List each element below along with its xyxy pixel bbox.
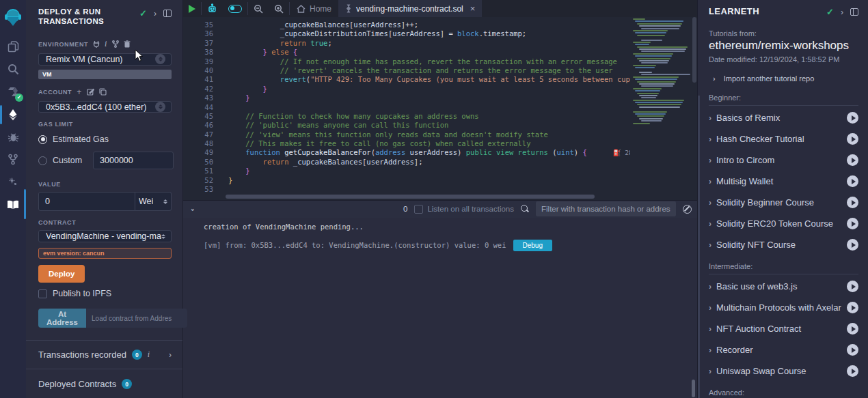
terminal-filter-input[interactable] (536, 201, 676, 216)
tutorial-item[interactable]: ›Uniswap Swap Course (709, 360, 858, 382)
chevron-right-icon[interactable]: › (169, 350, 172, 360)
tutorial-item[interactable]: ›Solidity Beginner Course (709, 192, 858, 213)
chevron-right-icon: › (709, 177, 711, 186)
gas-limit-label: GAS LIMIT (38, 121, 73, 128)
tutorial-item[interactable]: ›Recorder (709, 339, 858, 360)
value-input[interactable] (38, 192, 135, 211)
tutorial-item[interactable]: ›Intro to Circom (709, 150, 858, 171)
play-tutorial-button[interactable] (847, 112, 858, 124)
editor-horizontal-scrollbar[interactable] (226, 195, 595, 199)
expand-terminal-icon[interactable]: ⌄⌄ (190, 207, 195, 211)
deploy-run-panel: DEPLOY & RUN TRANSACTIONS ✓ › ENVIRONMEN… (26, 0, 183, 398)
zoom-out-icon[interactable] (248, 0, 269, 17)
tutorial-item[interactable]: ›Solidity ERC20 Token Course (709, 213, 858, 234)
tutorial-item[interactable]: ›NFT Auction Contract (709, 318, 858, 339)
chevron-updown-icon (155, 102, 165, 112)
clear-terminal-icon[interactable] (683, 205, 692, 214)
expand-icon[interactable]: › (841, 8, 843, 17)
settings-icon[interactable] (0, 171, 26, 193)
play-tutorial-button[interactable] (847, 133, 858, 145)
tutorial-item[interactable]: ›Hash Checker Tutorial (709, 128, 858, 150)
play-tutorial-button[interactable] (847, 323, 858, 335)
play-tutorial-button[interactable] (847, 197, 858, 208)
tutorial-item[interactable]: ›Multichain Protocols with Axelar (709, 297, 858, 318)
value-unit-select[interactable]: Wei (135, 192, 172, 211)
contract-select[interactable]: VendingMachine - vending-machin (38, 230, 172, 242)
chevron-right-icon: › (709, 345, 711, 355)
close-tab-icon[interactable]: × (470, 3, 476, 14)
transactions-recorded-label: Transactions recorded (38, 350, 126, 360)
minimap[interactable] (630, 17, 692, 193)
code-editor[interactable]: 35 _cupcakeBalances[userAddress]++;36 _c… (183, 17, 697, 193)
at-address-input[interactable] (86, 309, 187, 328)
run-script-button[interactable] (183, 0, 201, 17)
at-address-button[interactable]: At Address (38, 309, 86, 328)
learneth-icon[interactable] (0, 193, 26, 216)
tutorial-item[interactable]: ›Basics of Remix (709, 107, 858, 128)
pin-panel-icon[interactable] (850, 8, 858, 16)
debugger-icon[interactable] (0, 126, 26, 148)
trash-icon[interactable] (124, 40, 131, 48)
play-tutorial-button[interactable] (847, 281, 858, 292)
tutorial-item-label: Solidity NFT Course (716, 240, 842, 250)
tutorial-item-label: Basics of Remix (716, 113, 842, 123)
learneth-active-indicator (24, 189, 26, 219)
environment-select[interactable]: Remix VM (Cancun) (38, 53, 172, 66)
play-tutorial-button[interactable] (847, 218, 858, 229)
terminal-scrollbar[interactable] (692, 380, 695, 397)
terminal-search-icon[interactable] (521, 205, 529, 213)
deploy-run-icon[interactable] (0, 103, 26, 126)
expand-icon[interactable]: › (154, 9, 157, 18)
tutorial-item[interactable]: ›Basic use of web3.js (709, 276, 858, 297)
deployed-contracts-section[interactable]: Deployed Contracts 0 (26, 369, 182, 398)
play-tutorial-button[interactable] (847, 175, 858, 187)
terminal-tx-row[interactable]: [vm] from: 0x5B3...eddC4 to: VendingMach… (204, 240, 697, 251)
learneth-scrollbar[interactable] (698, 96, 700, 398)
ai-copilot-toggle[interactable] (223, 0, 247, 17)
play-tutorial-button[interactable] (847, 365, 858, 377)
estimated-gas-option[interactable]: Estimated Gas (38, 134, 172, 144)
tutorial-item[interactable]: ›Multisig Wallet (709, 171, 858, 192)
deployed-contracts-label: Deployed Contracts (38, 379, 116, 389)
listen-all-transactions-option[interactable]: Listen on all transactions (414, 205, 514, 214)
custom-gas-input[interactable] (93, 152, 174, 169)
deploy-button[interactable]: Deploy (38, 265, 85, 283)
code-line: 53 (183, 185, 697, 193)
code-line: 38 } else { (183, 48, 697, 57)
play-tutorial-button[interactable] (847, 239, 858, 251)
import-tutorial-repo[interactable]: › Import another tutorial repo (713, 74, 858, 83)
file-explorer-icon[interactable] (0, 35, 26, 58)
plug-icon[interactable] (93, 40, 100, 48)
editor-vertical-scrollbar[interactable] (692, 17, 696, 83)
copy-icon[interactable] (99, 88, 107, 96)
play-tutorial-button[interactable] (847, 302, 858, 313)
custom-gas-option[interactable]: Custom (38, 152, 172, 169)
tutorial-section-label: Intermediate: (709, 255, 858, 274)
tab-home[interactable]: Home (290, 0, 338, 17)
search-icon[interactable] (0, 58, 26, 81)
add-account-icon[interactable]: + (77, 87, 82, 97)
tutorial-item-label: Solidity ERC20 Token Course (716, 218, 842, 229)
tutorial-item-label: Hash Checker Tutorial (716, 134, 842, 144)
remix-logo[interactable] (0, 5, 26, 31)
play-tutorial-button[interactable] (847, 154, 858, 166)
play-tutorial-button[interactable] (847, 344, 858, 356)
zoom-in-icon[interactable] (269, 0, 289, 17)
code-line: 43 } (183, 94, 697, 102)
info-icon[interactable]: i (105, 39, 107, 49)
info-icon[interactable]: i (148, 350, 150, 360)
git-icon[interactable] (0, 148, 26, 171)
edit-icon[interactable] (87, 88, 94, 96)
tab-vending-machine-contract[interactable]: vending-machine-contract.sol × (338, 0, 482, 17)
publish-ipfs-option[interactable]: Publish to IPFS (38, 289, 172, 298)
terminal-tx-count: 0 (403, 205, 407, 213)
account-select[interactable]: 0x5B3...eddC4 (100 ether) (38, 101, 172, 113)
chevron-right-icon: › (713, 74, 716, 83)
fork-icon[interactable] (112, 40, 119, 48)
solidity-compiler-icon[interactable]: ✓ (0, 81, 26, 103)
debug-button[interactable]: Debug (513, 240, 552, 251)
remix-ai-icon[interactable] (202, 0, 223, 17)
transactions-recorded-section[interactable]: Transactions recorded 0 i › (26, 340, 182, 369)
tutorial-item[interactable]: ›Solidity NFT Course (709, 234, 858, 255)
pin-panel-icon[interactable] (163, 10, 172, 17)
